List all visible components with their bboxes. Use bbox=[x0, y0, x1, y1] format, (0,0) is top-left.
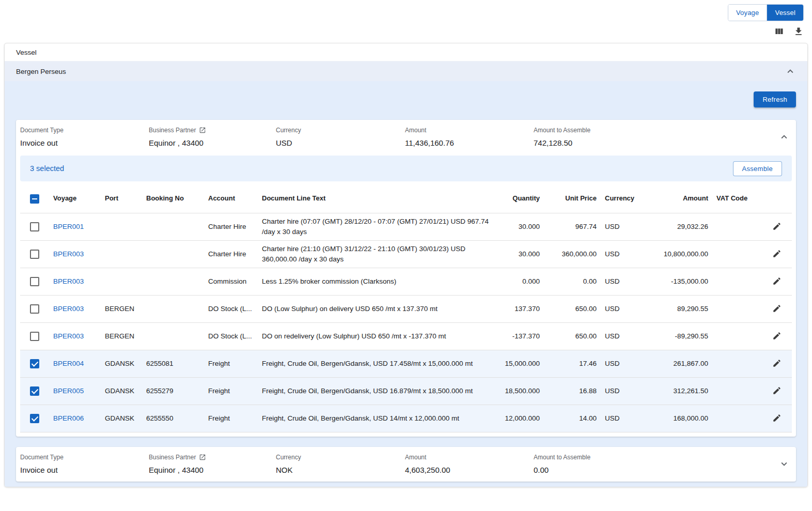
account-cell: Charter Hire bbox=[204, 213, 258, 240]
voyage-link[interactable]: BPER003 bbox=[53, 277, 84, 285]
voyage-link[interactable]: BPER003 bbox=[53, 305, 84, 313]
unit-price-cell: 16.88 bbox=[544, 377, 601, 405]
table-row: BPER003 BERGEN DO Stock (L... DO (Low Su… bbox=[20, 295, 792, 322]
selection-bar: 3 selected Assemble bbox=[20, 156, 792, 181]
field-business-partner: Business Partner Equinor , 43400 bbox=[149, 454, 276, 474]
unit-price-cell: 0.00 bbox=[544, 268, 601, 295]
account-cell: DO Stock (L... bbox=[204, 322, 258, 350]
edit-icon[interactable] bbox=[770, 219, 784, 234]
amount-cell: 261,867.00 bbox=[648, 350, 712, 377]
page: Voyage Vessel Vessel Bergen Perseus Refr… bbox=[0, 0, 812, 487]
account-cell: Commission bbox=[204, 268, 258, 295]
refresh-button[interactable]: Refresh bbox=[754, 91, 796, 107]
amount-value: 11,436,160.76 bbox=[405, 138, 527, 147]
row-checkbox[interactable] bbox=[30, 359, 39, 368]
amount-to-assemble-value: 0.00 bbox=[534, 466, 765, 474]
assemble-button[interactable]: Assemble bbox=[733, 161, 782, 176]
account-cell: Freight bbox=[204, 350, 258, 377]
vessel-accordion-header[interactable]: Bergen Perseus bbox=[5, 61, 807, 81]
table-row: BPER004 GDANSK 6255081 Freight Freight, … bbox=[20, 350, 792, 377]
amount-value: 4,603,250.00 bbox=[405, 466, 527, 474]
external-link-icon[interactable] bbox=[199, 127, 206, 134]
download-icon[interactable] bbox=[791, 24, 806, 39]
voyage-link[interactable]: BPER006 bbox=[53, 414, 84, 422]
table-row: BPER003 BERGEN DO Stock (L... DO on rede… bbox=[20, 322, 792, 350]
toggle-voyage[interactable]: Voyage bbox=[728, 5, 767, 21]
amount-to-assemble-label: Amount to Assemble bbox=[534, 454, 765, 461]
edit-icon[interactable] bbox=[770, 383, 784, 398]
booking-no-cell bbox=[142, 322, 204, 350]
vat-code-cell bbox=[712, 350, 762, 377]
business-partner-label: Business Partner bbox=[149, 454, 196, 461]
top-toolbar: Voyage Vessel bbox=[0, 0, 812, 21]
table-actions-bar bbox=[0, 21, 812, 42]
vessel-panel: Vessel Bergen Perseus Refresh Document T… bbox=[4, 43, 808, 487]
port-cell bbox=[101, 240, 142, 268]
line-text-cell: Freight, Crude Oil, Bergen/Gdansk, USD 1… bbox=[258, 377, 496, 405]
header-amount: Amount bbox=[648, 184, 712, 213]
selection-count: 3 selected bbox=[30, 164, 64, 173]
line-text-cell: Less 1.25% broker commission (Clarksons) bbox=[258, 268, 496, 295]
voyage-link[interactable]: BPER003 bbox=[53, 250, 84, 258]
view-toggle-group: Voyage Vessel bbox=[728, 4, 804, 21]
row-checkbox[interactable] bbox=[30, 222, 39, 231]
amount-cell: 10,800,000.00 bbox=[648, 240, 712, 268]
vat-code-cell bbox=[712, 240, 762, 268]
booking-no-cell: 6255279 bbox=[142, 377, 204, 405]
account-cell: Charter Hire bbox=[204, 240, 258, 268]
edit-icon[interactable] bbox=[770, 301, 784, 316]
row-checkbox[interactable] bbox=[30, 250, 39, 259]
amount-to-assemble-value: 742,128.50 bbox=[534, 138, 765, 147]
port-cell bbox=[101, 268, 142, 295]
header-booking-no: Booking No bbox=[142, 184, 204, 213]
currency-value: NOK bbox=[276, 466, 399, 474]
vat-code-cell bbox=[712, 377, 762, 405]
table-row: BPER006 GDANSK 6255550 Freight Freight, … bbox=[20, 405, 792, 432]
booking-no-cell bbox=[142, 268, 204, 295]
voyage-link[interactable]: BPER003 bbox=[53, 332, 84, 340]
row-checkbox[interactable] bbox=[30, 332, 39, 341]
row-checkbox[interactable] bbox=[30, 304, 39, 314]
voyage-link[interactable]: BPER001 bbox=[53, 223, 84, 230]
edit-icon[interactable] bbox=[770, 411, 784, 425]
edit-icon[interactable] bbox=[770, 274, 784, 288]
document-type-label: Document Type bbox=[20, 454, 143, 461]
field-document-type: Document Type Invoice out bbox=[20, 127, 149, 147]
panel-title: Vessel bbox=[5, 43, 807, 61]
field-business-partner: Business Partner Equinor , 43400 bbox=[149, 127, 276, 147]
columns-icon[interactable] bbox=[772, 24, 786, 39]
field-currency: Currency USD bbox=[276, 127, 405, 147]
quantity-cell: 137.370 bbox=[496, 295, 544, 322]
voyage-link[interactable]: BPER005 bbox=[53, 387, 84, 395]
edit-icon[interactable] bbox=[770, 356, 784, 370]
amount-cell: 312,261.50 bbox=[648, 377, 712, 405]
collapse-document-icon[interactable] bbox=[776, 129, 792, 145]
toggle-vessel[interactable]: Vessel bbox=[767, 5, 803, 21]
amount-cell: 168,000.00 bbox=[648, 405, 712, 432]
chevron-up-icon[interactable] bbox=[785, 66, 796, 77]
external-link-icon[interactable] bbox=[199, 454, 206, 461]
edit-icon[interactable] bbox=[770, 329, 784, 343]
currency-cell: USD bbox=[601, 240, 648, 268]
port-cell: GDANSK bbox=[101, 350, 142, 377]
quantity-cell: 30.000 bbox=[496, 213, 544, 240]
edit-icon[interactable] bbox=[770, 246, 784, 261]
voyage-link[interactable]: BPER004 bbox=[53, 360, 84, 367]
expand-document-icon[interactable] bbox=[776, 456, 792, 472]
currency-cell: USD bbox=[601, 377, 648, 405]
vessel-name: Bergen Perseus bbox=[16, 68, 66, 75]
row-checkbox[interactable] bbox=[30, 386, 39, 396]
row-checkbox[interactable] bbox=[30, 277, 39, 286]
business-partner-value: Equinor , 43400 bbox=[149, 466, 270, 474]
amount-to-assemble-label: Amount to Assemble bbox=[534, 127, 765, 134]
line-text-cell: DO on redelivery (Low Sulphur) USD 650 /… bbox=[258, 322, 496, 350]
currency-cell: USD bbox=[601, 268, 648, 295]
port-cell: BERGEN bbox=[101, 322, 142, 350]
select-all-checkbox[interactable] bbox=[30, 194, 39, 204]
quantity-cell: 12,000.000 bbox=[496, 405, 544, 432]
row-checkbox[interactable] bbox=[30, 414, 39, 423]
line-text-cell: Charter hire (21:10 (GMT) 31/12/22 - 21:… bbox=[258, 240, 496, 268]
unit-price-cell: 967.74 bbox=[544, 213, 601, 240]
line-text-cell: Freight, Crude Oil, Bergen/Gdansk, USD 1… bbox=[258, 350, 496, 377]
line-items-body: BPER001 Charter Hire Charter hire (07:07… bbox=[20, 213, 792, 432]
